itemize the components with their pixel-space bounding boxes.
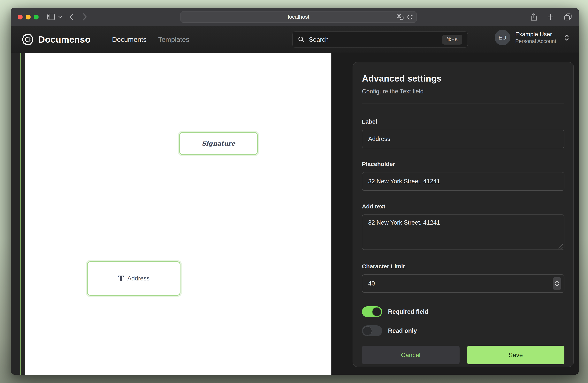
advanced-settings-panel: Advanced settings Configure the Text fie…: [353, 62, 574, 367]
avatar: EU: [495, 30, 510, 45]
user-name: Example User: [515, 31, 556, 38]
search-icon: [298, 36, 305, 43]
stepper-up-icon: [555, 281, 559, 283]
window-controls: [18, 15, 39, 19]
toggle-knob: [363, 326, 372, 336]
signature-field[interactable]: Signature: [179, 132, 258, 155]
addtext-field-label: Add text: [362, 203, 565, 210]
pdf-page: Signature T Address: [25, 53, 331, 375]
text-field-address[interactable]: T Address: [87, 261, 180, 296]
translate-icon[interactable]: [397, 14, 404, 20]
reload-icon[interactable]: [407, 14, 413, 20]
user-menu[interactable]: EU Example User Personal Account: [495, 30, 569, 45]
search-placeholder: Search: [309, 36, 329, 43]
text-field-icon: T: [118, 275, 124, 282]
brand[interactable]: Documenso: [21, 33, 91, 46]
settings-sidebar: Advanced settings Configure the Text fie…: [332, 53, 579, 375]
close-window-button[interactable]: [18, 15, 23, 19]
nav-templates[interactable]: Templates: [158, 34, 190, 45]
charlimit-field-label: Character Limit: [362, 263, 565, 270]
cancel-button[interactable]: Cancel: [362, 346, 460, 364]
signature-field-label: Signature: [202, 140, 235, 147]
address-bar[interactable]: localhost: [180, 11, 417, 22]
label-field-label: Label: [362, 118, 565, 125]
label-input[interactable]: [362, 130, 565, 148]
search-input[interactable]: Search ⌘+K: [292, 31, 468, 48]
sidebar-toggle-icon[interactable]: [47, 14, 55, 20]
read-only-toggle[interactable]: [362, 326, 382, 336]
panel-subtitle: Configure the Text field: [362, 88, 565, 95]
share-icon[interactable]: [530, 13, 537, 21]
toggle-knob: [372, 307, 381, 316]
search-shortcut-badge: ⌘+K: [442, 35, 462, 45]
stepper-down-icon: [555, 284, 559, 287]
nav-documents[interactable]: Documents: [112, 34, 147, 45]
page-accent-line: [20, 53, 21, 375]
documenso-logo-icon: [21, 33, 34, 46]
addtext-textarea[interactable]: 32 New York Street, 41241: [362, 214, 565, 250]
browser-titlebar: localhost: [11, 8, 579, 26]
read-only-label: Read only: [388, 327, 417, 334]
charlimit-input[interactable]: 40: [362, 274, 565, 293]
main-content: Signature T Address Advanced settings Co…: [11, 53, 579, 375]
number-stepper[interactable]: [553, 277, 561, 290]
tab-overview-icon[interactable]: [564, 13, 572, 21]
minimize-window-button[interactable]: [26, 15, 31, 19]
url-text: localhost: [288, 14, 310, 20]
placeholder-field-label: Placeholder: [362, 161, 565, 167]
browser-window: localhost: [11, 8, 579, 375]
titlebar-separator: [65, 13, 65, 21]
zoom-window-button[interactable]: [34, 15, 39, 19]
panel-divider: [362, 104, 565, 104]
forward-icon[interactable]: [83, 13, 87, 21]
new-tab-icon[interactable]: [547, 14, 554, 20]
back-icon[interactable]: [69, 13, 73, 21]
required-field-label: Required field: [388, 308, 428, 315]
panel-title: Advanced settings: [362, 73, 565, 84]
app-navbar: Documenso Documents Templates Search ⌘+K…: [11, 26, 579, 53]
user-account-type: Personal Account: [515, 38, 556, 44]
required-field-toggle[interactable]: [362, 306, 382, 317]
nav-links: Documents Templates: [112, 34, 190, 45]
save-button[interactable]: Save: [467, 346, 565, 364]
document-gutter: [11, 53, 25, 375]
text-field-label: Address: [127, 275, 150, 282]
charlimit-value: 40: [368, 280, 375, 287]
tab-group-chevron-icon[interactable]: [58, 16, 62, 18]
chevron-up-down-icon: [564, 34, 569, 41]
placeholder-input[interactable]: [362, 172, 565, 191]
brand-name: Documenso: [38, 34, 91, 45]
